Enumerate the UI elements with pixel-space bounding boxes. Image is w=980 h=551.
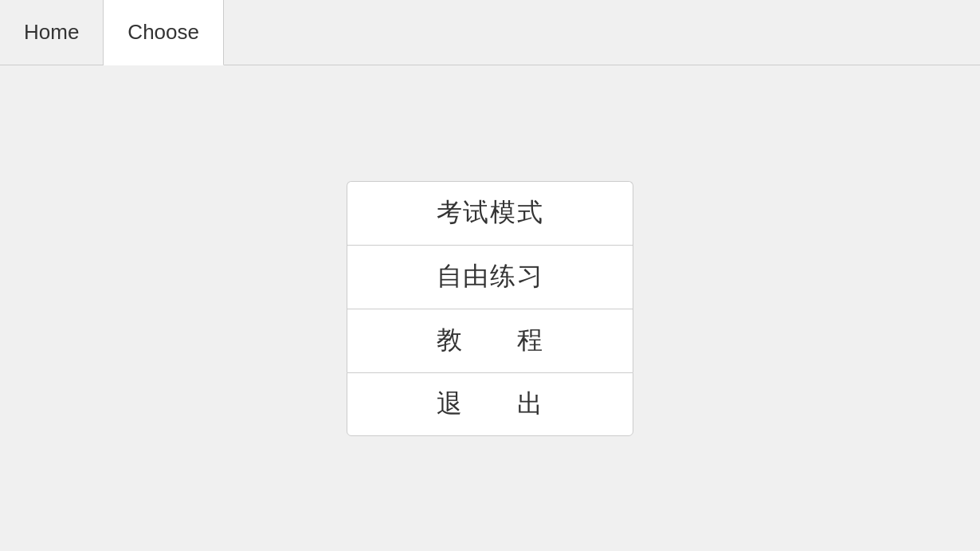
tutorial-button[interactable]: 教 程 — [347, 309, 633, 372]
main-content: 考试模式 自由练习 教 程 退 出 — [0, 65, 980, 551]
free-practice-button[interactable]: 自由练习 — [347, 245, 633, 309]
menu-button-group: 考试模式 自由练习 教 程 退 出 — [347, 181, 633, 436]
tab-home[interactable]: Home — [0, 0, 104, 65]
quit-button[interactable]: 退 出 — [347, 372, 633, 436]
exam-mode-button[interactable]: 考试模式 — [347, 181, 633, 245]
tab-bar: Home Choose — [0, 0, 980, 65]
tab-choose[interactable]: Choose — [104, 0, 224, 65]
